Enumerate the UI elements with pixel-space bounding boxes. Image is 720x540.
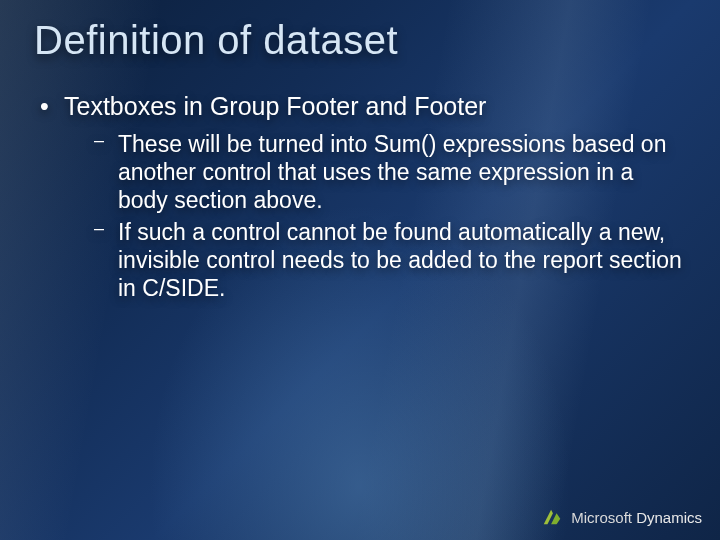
dynamics-logo-icon (541, 506, 563, 528)
bullet-list-level2: These will be turned into Sum() expressi… (64, 130, 686, 302)
bullet-text: These will be turned into Sum() expressi… (118, 131, 666, 213)
list-item: If such a control cannot be found automa… (94, 218, 686, 302)
brand-prefix: Microsoft (571, 509, 632, 526)
bullet-text: If such a control cannot be found automa… (118, 219, 682, 301)
brand-suffix: Dynamics (632, 509, 702, 526)
list-item: Textboxes in Group Footer and Footer The… (38, 91, 686, 303)
list-item: These will be turned into Sum() expressi… (94, 130, 686, 214)
bullet-list-level1: Textboxes in Group Footer and Footer The… (34, 91, 686, 303)
brand-text: Microsoft Dynamics (571, 509, 702, 526)
slide-title: Definition of dataset (34, 18, 686, 63)
bullet-text: Textboxes in Group Footer and Footer (64, 92, 486, 120)
slide: Definition of dataset Textboxes in Group… (0, 0, 720, 540)
footer-brand: Microsoft Dynamics (541, 506, 702, 528)
